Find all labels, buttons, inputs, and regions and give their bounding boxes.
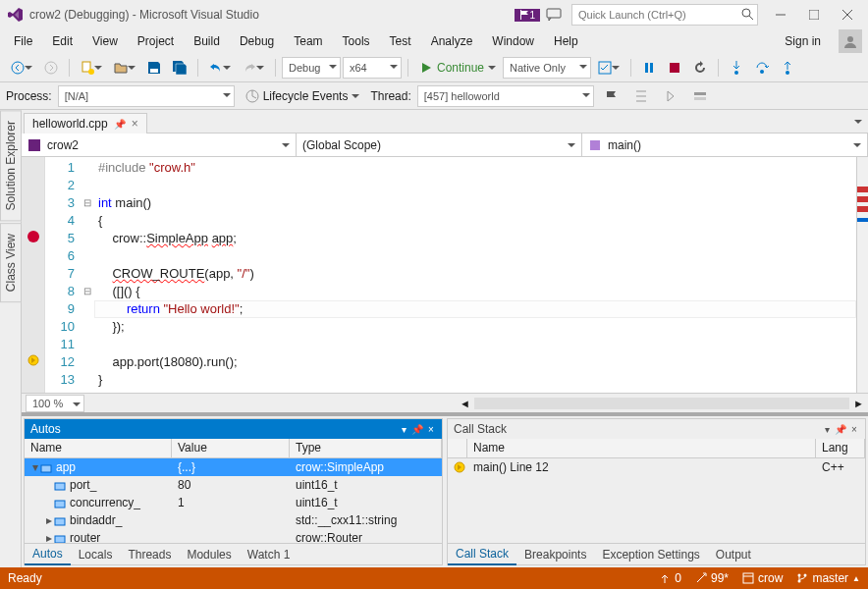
pause-button[interactable]	[637, 57, 661, 79]
menu-help[interactable]: Help	[546, 31, 586, 51]
ptab-modules[interactable]: Modules	[179, 545, 239, 564]
ptab-output[interactable]: Output	[708, 545, 759, 564]
doc-dropdown-icon[interactable]	[848, 110, 868, 134]
panel-close-icon[interactable]: ×	[426, 424, 436, 434]
menu-file[interactable]: File	[6, 31, 40, 51]
autos-header[interactable]: Autos ▾ 📌 ×	[25, 419, 442, 439]
stackframe-combo-icon[interactable]	[688, 85, 712, 107]
maximize-button[interactable]	[797, 3, 831, 27]
config-combo[interactable]: Debug	[282, 57, 341, 79]
save-button[interactable]	[142, 57, 166, 79]
menu-window[interactable]: Window	[484, 31, 542, 51]
user-avatar-icon[interactable]	[839, 29, 862, 53]
save-all-button[interactable]	[168, 57, 191, 79]
panel-pin-icon[interactable]: 📌	[412, 424, 422, 434]
ptab-autos[interactable]: Autos	[25, 544, 71, 565]
stop-button[interactable]	[663, 57, 686, 79]
minimize-button[interactable]	[764, 3, 797, 27]
panel-dropdown-icon[interactable]: ▾	[822, 424, 832, 434]
feedback-icon[interactable]	[546, 7, 562, 23]
pin-icon[interactable]: 📌	[114, 119, 126, 130]
panel-dropdown-icon[interactable]: ▾	[399, 424, 408, 434]
callstack-row[interactable]: main() Line 12C++	[448, 458, 865, 476]
svg-rect-27	[55, 483, 65, 490]
autos-row[interactable]: ▸bindaddr_std::__cxx11::string	[25, 511, 442, 529]
sidetab-class-view[interactable]: Class View	[0, 223, 22, 302]
svg-point-8	[12, 62, 24, 74]
nav-function[interactable]: main()	[582, 134, 868, 156]
toggle-icon[interactable]	[659, 85, 682, 107]
doctab-active[interactable]: helloworld.cpp 📌 ×	[24, 113, 147, 134]
status-ready: Ready	[8, 571, 42, 585]
ptab-watch1[interactable]: Watch 1	[240, 545, 298, 564]
lifecycle-button[interactable]: Lifecycle Events	[241, 85, 365, 107]
new-button[interactable]	[76, 57, 107, 79]
autos-row[interactable]: ▸router_crow::Router	[25, 529, 442, 543]
nav-project[interactable]: crow2	[22, 134, 297, 156]
nav-scope[interactable]: (Global Scope)	[297, 134, 582, 156]
menu-project[interactable]: Project	[130, 31, 182, 51]
continue-button[interactable]: Continue	[414, 57, 501, 79]
menu-tools[interactable]: Tools	[335, 31, 378, 51]
quick-launch[interactable]	[571, 4, 758, 26]
menu-team[interactable]: Team	[286, 31, 330, 51]
quick-launch-input[interactable]	[571, 4, 758, 26]
step-into-button[interactable]	[725, 57, 748, 79]
nav-back-button[interactable]	[6, 57, 37, 79]
menu-edit[interactable]: Edit	[44, 31, 81, 51]
code-editor[interactable]: 1234567891011121314 ⊟⊟ #include "crow.h"…	[22, 157, 868, 393]
close-tab-icon[interactable]: ×	[132, 117, 138, 131]
svg-point-9	[45, 62, 57, 74]
menu-view[interactable]: View	[84, 31, 126, 51]
menu-debug[interactable]: Debug	[232, 31, 282, 51]
menu-analyze[interactable]: Analyze	[423, 31, 481, 51]
menu-build[interactable]: Build	[186, 31, 228, 51]
redo-button[interactable]	[238, 57, 269, 79]
step-out-button[interactable]	[776, 57, 799, 79]
stackframe-icon[interactable]	[629, 85, 653, 107]
status-changes[interactable]: 99*	[695, 571, 729, 585]
open-button[interactable]	[109, 57, 140, 79]
callstack-header[interactable]: Call Stack ▾ 📌 ×	[448, 419, 865, 439]
autos-row[interactable]: ▾app{...}crow::SimpleApp	[25, 458, 442, 476]
step-over-button[interactable]	[750, 57, 774, 79]
autos-columns[interactable]: Name Value Type	[25, 439, 442, 458]
panel-pin-icon[interactable]: 📌	[836, 424, 845, 434]
platform-combo[interactable]: x64	[343, 57, 402, 79]
nav-fwd-button[interactable]	[39, 57, 63, 79]
autos-row[interactable]: concurrency_1uint16_t	[25, 494, 442, 511]
restart-button[interactable]	[688, 57, 712, 79]
thread-combo[interactable]: [457] helloworld	[417, 85, 594, 107]
panel-close-icon[interactable]: ×	[849, 424, 859, 434]
code-area[interactable]: #include "crow.h" int main(){ crow::Simp…	[94, 157, 856, 393]
callstack-columns[interactable]: Name Lang	[448, 439, 865, 458]
process-combo[interactable]: [N/A]	[58, 85, 235, 107]
ptab-callstack[interactable]: Call Stack	[448, 544, 516, 565]
autos-row[interactable]: port_80uint16_t	[25, 476, 442, 494]
overview-strip[interactable]	[856, 157, 868, 393]
dbg-btn-1[interactable]	[593, 57, 624, 79]
status-repo[interactable]: crow	[742, 571, 783, 585]
signin-link[interactable]: Sign in	[775, 31, 831, 51]
sidetab-solution-explorer[interactable]: Solution Explorer	[0, 110, 22, 221]
debugger-type-combo[interactable]: Native Only	[503, 57, 591, 79]
thread-flag-icon[interactable]	[600, 85, 624, 107]
zoom-combo[interactable]: 100 %	[26, 395, 84, 412]
undo-button[interactable]	[204, 57, 236, 79]
search-icon[interactable]	[740, 7, 754, 21]
close-button[interactable]	[831, 3, 864, 27]
breakpoint-gutter[interactable]	[22, 157, 45, 393]
ptab-threads[interactable]: Threads	[120, 545, 179, 564]
notification-badge[interactable]: 1	[515, 9, 540, 22]
bottom-panels: Autos ▾ 📌 × Name Value Type ▾app{...}cro…	[22, 412, 868, 567]
fold-gutter[interactable]: ⊟⊟	[81, 157, 94, 393]
svg-point-7	[847, 36, 853, 42]
ptab-locals[interactable]: Locals	[71, 545, 121, 564]
status-push[interactable]: 0	[659, 571, 681, 585]
status-branch[interactable]: master ▲	[796, 571, 860, 585]
callstack-grid[interactable]: main() Line 12C++	[448, 458, 865, 543]
autos-grid[interactable]: ▾app{...}crow::SimpleApp port_80uint16_t…	[25, 458, 442, 543]
ptab-breakpoints[interactable]: Breakpoints	[516, 545, 594, 564]
ptab-exception-settings[interactable]: Exception Settings	[594, 545, 707, 564]
menu-test[interactable]: Test	[382, 31, 419, 51]
